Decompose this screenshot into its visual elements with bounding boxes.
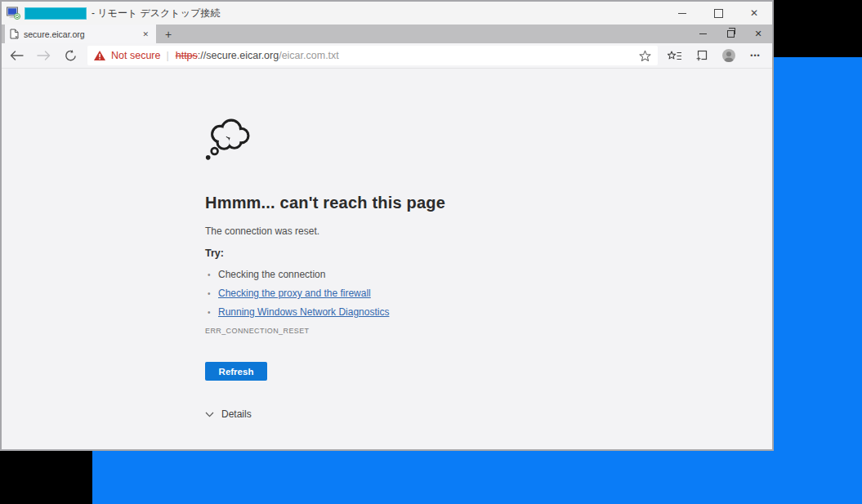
minimize-icon <box>699 33 707 34</box>
remote-desktop-window: - リモート デスクトップ接続 ✕ secure.eicar.org ✕ + ✕ <box>0 0 774 451</box>
suggestion-text: Checking the connection <box>218 269 325 280</box>
browser-restore-button[interactable] <box>717 25 744 43</box>
person-icon <box>721 48 736 63</box>
restore-icon <box>727 30 735 38</box>
suggestion-list: Checking the connection Checking the pro… <box>205 265 739 322</box>
address-divider: | <box>166 50 168 61</box>
suggestion-item: Checking the proxy and the firewall <box>205 284 739 303</box>
reload-button[interactable] <box>57 43 84 68</box>
rdp-title-text: - リモート デスクトップ接続 <box>92 7 220 20</box>
tab-close-button[interactable]: ✕ <box>140 29 151 40</box>
hub-collections-icon <box>695 50 708 62</box>
new-tab-button[interactable]: + <box>156 25 181 43</box>
broken-page-icon <box>10 29 19 39</box>
forward-button[interactable] <box>30 43 57 68</box>
rdp-close-button[interactable]: ✕ <box>736 2 772 25</box>
warning-icon <box>94 51 105 60</box>
refresh-button[interactable]: Refresh <box>205 362 267 381</box>
error-heading: Hmmm... can't reach this page <box>205 194 739 212</box>
more-dots-icon: ••• <box>750 51 760 60</box>
forward-arrow-icon <box>37 51 51 60</box>
suggestion-item: Checking the connection <box>205 265 739 284</box>
favorites-star-list-icon <box>668 51 682 61</box>
try-label: Try: <box>205 248 739 259</box>
address-bar[interactable]: Not secure | https ://secure.eicar.org /… <box>87 46 658 65</box>
browser-toolbar: Not secure | https ://secure.eicar.org /… <box>2 43 772 69</box>
reload-icon <box>65 50 77 62</box>
not-secure-label: Not secure <box>111 50 160 61</box>
star-icon <box>639 50 651 62</box>
suggestion-link-proxy-firewall[interactable]: Checking the proxy and the firewall <box>218 288 371 299</box>
suggestion-item: Running Windows Network Diagnostics <box>205 303 739 322</box>
favorites-button[interactable] <box>661 43 688 68</box>
back-arrow-icon <box>10 51 24 60</box>
rdp-title-redaction <box>25 7 87 20</box>
hub-button[interactable] <box>688 43 715 68</box>
add-favorite-button[interactable] <box>639 50 651 62</box>
details-label: Details <box>221 408 252 420</box>
more-button[interactable]: ••• <box>742 43 769 68</box>
suggestion-link-network-diagnostics[interactable]: Running Windows Network Diagnostics <box>218 306 389 318</box>
details-toggle[interactable]: Details <box>205 408 739 420</box>
error-page: Hmmm... can't reach this page The connec… <box>2 69 772 449</box>
browser-close-button[interactable]: ✕ <box>744 25 772 43</box>
minimize-icon <box>678 13 686 14</box>
url-host: ://secure.eicar.org <box>198 50 279 61</box>
chevron-down-icon <box>205 412 214 417</box>
browser-tab-active[interactable]: secure.eicar.org ✕ <box>5 25 156 43</box>
rdp-maximize-button[interactable] <box>700 2 736 25</box>
maximize-icon <box>714 9 723 18</box>
profile-button[interactable] <box>715 43 742 68</box>
back-button[interactable] <box>3 43 30 68</box>
browser-minimize-button[interactable] <box>689 25 717 43</box>
rdp-minimize-button[interactable] <box>664 2 700 25</box>
error-code: ERR_CONNECTION_RESET <box>205 327 739 336</box>
remote-desktop-app-icon <box>7 7 21 20</box>
rdp-title-bar[interactable]: - リモート デスクトップ接続 ✕ <box>2 2 772 25</box>
url-scheme: https <box>176 50 198 61</box>
error-message: The connection was reset. <box>205 225 739 237</box>
url-path: /eicar.com.txt <box>279 50 339 61</box>
thought-cloud-icon <box>205 118 257 161</box>
browser-tab-bar: secure.eicar.org ✕ + ✕ <box>2 25 772 43</box>
tab-title: secure.eicar.org <box>24 29 135 39</box>
